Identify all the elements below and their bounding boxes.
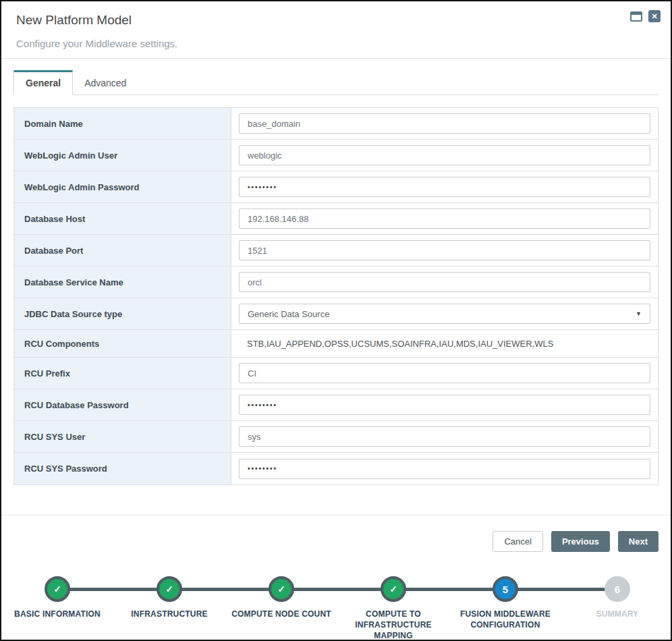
dialog-header: New Platform Model ✕ Configure your Midd… bbox=[1, 1, 671, 59]
step-infrastructure: ✓ INFRASTRUCTURE bbox=[113, 576, 225, 641]
close-button[interactable]: ✕ bbox=[648, 10, 661, 22]
step-fusion-middleware-configuration: 5 FUSION MIDDLEWARE CONFIGURATION bbox=[449, 576, 561, 641]
step-label: COMPUTE TO INFRASTRUCTURE MAPPING bbox=[342, 609, 445, 641]
step-label: INFRASTRUCTURE bbox=[131, 609, 207, 619]
step-label: COMPUTE NODE COUNT bbox=[231, 609, 331, 619]
database-host-input[interactable] bbox=[239, 208, 650, 229]
next-button[interactable]: Next bbox=[618, 531, 659, 552]
step-done-check-icon[interactable]: ✓ bbox=[269, 576, 294, 602]
tab-bar: General Advanced bbox=[13, 70, 659, 95]
field-label: WebLogic Admin Password bbox=[14, 171, 231, 202]
field-label: Database Host bbox=[14, 203, 231, 234]
step-done-check-icon[interactable]: ✓ bbox=[381, 576, 406, 602]
form-row-rcu-prefix: RCU Prefix bbox=[14, 358, 658, 389]
field-label: RCU Database Password bbox=[14, 389, 231, 420]
footer-actions: Cancel Previous Next bbox=[1, 515, 671, 552]
tab-advanced[interactable]: Advanced bbox=[73, 70, 138, 94]
dialog-subtitle: Configure your Middleware settings. bbox=[16, 38, 657, 49]
form-row-weblogic-admin-password: WebLogic Admin Password bbox=[14, 171, 658, 203]
domain-name-input[interactable] bbox=[239, 113, 650, 134]
form-row-rcu-components: RCU Components STB,IAU_APPEND,OPSS,UCSUM… bbox=[14, 330, 658, 358]
field-label: RCU SYS Password bbox=[14, 453, 231, 484]
step-compute-to-infrastructure-mapping: ✓ COMPUTE TO INFRASTRUCTURE MAPPING bbox=[337, 576, 449, 641]
cancel-button[interactable]: Cancel bbox=[493, 531, 542, 552]
jdbc-data-source-type-select[interactable]: Generic Data Source ▼ bbox=[239, 304, 650, 324]
close-icon: ✕ bbox=[648, 10, 661, 22]
maximize-button[interactable] bbox=[630, 11, 642, 22]
step-compute-node-count: ✓ COMPUTE NODE COUNT bbox=[225, 576, 337, 641]
form-row-database-host: Database Host bbox=[14, 203, 658, 235]
tab-general[interactable]: General bbox=[13, 70, 73, 95]
rcu-sys-user-input[interactable] bbox=[239, 426, 650, 447]
form-row-domain-name: Domain Name bbox=[14, 108, 658, 140]
field-label: Domain Name bbox=[14, 108, 231, 139]
previous-button[interactable]: Previous bbox=[551, 531, 610, 552]
database-service-name-input[interactable] bbox=[239, 272, 650, 292]
step-label: BASIC INFORMATION bbox=[14, 609, 101, 619]
window-maximize-icon bbox=[630, 11, 642, 22]
form-row-database-port: Database Port bbox=[14, 235, 658, 267]
step-done-check-icon[interactable]: ✓ bbox=[45, 576, 70, 602]
form-row-rcu-sys-password: RCU SYS Password bbox=[14, 453, 658, 484]
weblogic-admin-user-input[interactable] bbox=[239, 145, 650, 165]
rcu-sys-password-input[interactable] bbox=[239, 459, 650, 479]
field-label: WebLogic Admin User bbox=[14, 140, 231, 171]
window-controls: ✕ bbox=[630, 10, 661, 22]
step-current-number[interactable]: 5 bbox=[493, 576, 518, 602]
wizard-stepper: ✓ BASIC INFORMATION ✓ INFRASTRUCTURE ✓ C… bbox=[1, 576, 671, 641]
field-label: Database Service Name bbox=[14, 267, 231, 298]
step-label: FUSION MIDDLEWARE CONFIGURATION bbox=[454, 609, 557, 630]
middleware-settings-form: Domain Name WebLogic Admin User WebLogic… bbox=[13, 107, 659, 485]
database-port-input[interactable] bbox=[239, 240, 650, 260]
field-label: Database Port bbox=[14, 235, 231, 266]
form-row-weblogic-admin-user: WebLogic Admin User bbox=[14, 140, 658, 171]
step-label: SUMMARY bbox=[596, 609, 639, 619]
form-row-rcu-database-password: RCU Database Password bbox=[14, 389, 658, 421]
rcu-database-password-input[interactable] bbox=[239, 395, 650, 415]
form-row-jdbc-data-source-type: JDBC Data Source type Generic Data Sourc… bbox=[14, 298, 658, 330]
new-platform-model-dialog: New Platform Model ✕ Configure your Midd… bbox=[0, 0, 672, 641]
page-title: New Platform Model bbox=[16, 13, 657, 28]
rcu-components-value: STB,IAU_APPEND,OPSS,UCSUMS,SOAINFRA,IAU,… bbox=[239, 339, 553, 349]
step-basic-information: ✓ BASIC INFORMATION bbox=[1, 576, 113, 641]
field-label: RCU Prefix bbox=[14, 358, 231, 389]
form-row-database-service-name: Database Service Name bbox=[14, 267, 658, 298]
selected-option-label: Generic Data Source bbox=[248, 309, 329, 319]
step-summary: 6 SUMMARY bbox=[561, 576, 672, 641]
weblogic-admin-password-input[interactable] bbox=[239, 177, 650, 197]
field-label: RCU Components bbox=[14, 330, 231, 357]
dropdown-arrow-icon: ▼ bbox=[636, 310, 642, 317]
field-label: RCU SYS User bbox=[14, 421, 231, 452]
step-upcoming-number: 6 bbox=[605, 576, 630, 602]
field-label: JDBC Data Source type bbox=[14, 298, 231, 329]
rcu-prefix-input[interactable] bbox=[239, 363, 650, 383]
step-done-check-icon[interactable]: ✓ bbox=[157, 576, 182, 602]
form-row-rcu-sys-user: RCU SYS User bbox=[14, 421, 658, 453]
